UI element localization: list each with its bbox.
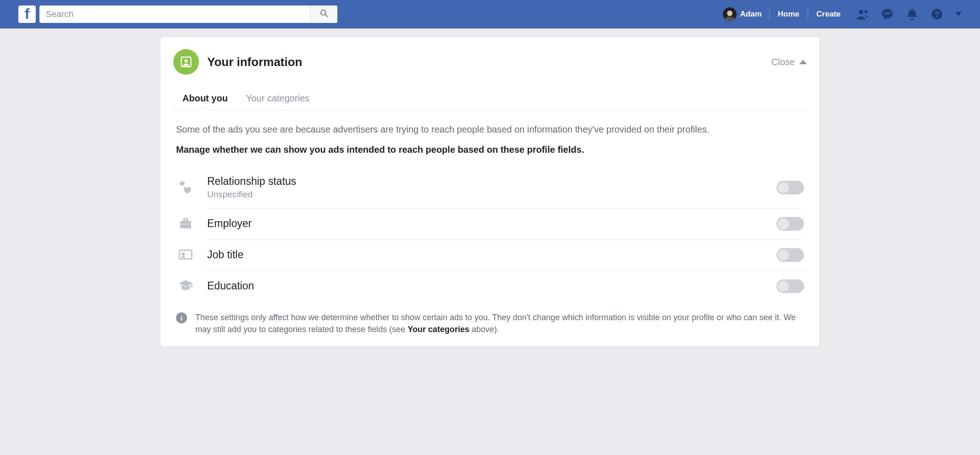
row-education: Education: [173, 270, 807, 301]
nav-divider: [769, 9, 770, 20]
toggle-education[interactable]: [776, 279, 804, 293]
note-post: above).: [469, 325, 499, 334]
your-information-card: Your information Close About you Your ca…: [160, 37, 820, 347]
profile-link[interactable]: Adam: [717, 5, 767, 24]
tab-about-you[interactable]: About you: [182, 88, 228, 110]
card-header: Your information Close: [173, 45, 807, 75]
graduation-cap-icon: [176, 278, 195, 293]
notifications-icon[interactable]: [906, 8, 919, 21]
search-input[interactable]: [39, 9, 310, 19]
briefcase-icon: [176, 216, 195, 231]
nav-icon-group: ?: [856, 8, 962, 21]
close-label: Close: [771, 57, 795, 67]
search-button[interactable]: [310, 6, 337, 23]
svg-rect-9: [184, 218, 187, 221]
help-icon[interactable]: ?: [930, 8, 943, 21]
svg-rect-10: [180, 224, 191, 224]
row-title: Education: [207, 280, 254, 292]
toggle-employer[interactable]: [776, 217, 804, 231]
facebook-logo[interactable]: f: [18, 6, 36, 23]
nav-home[interactable]: Home: [771, 7, 806, 22]
toggle-relationship-status[interactable]: [776, 181, 804, 194]
row-job-title: Job title: [173, 239, 807, 270]
profile-name: Adam: [740, 10, 762, 19]
row-title: Job title: [207, 249, 243, 261]
card-title: Your information: [207, 55, 303, 69]
profile-field-list: Relationship status Unspecified Employer: [173, 167, 807, 301]
tabs: About you Your categories: [173, 88, 807, 111]
footer-note: i These settings only affect how we dete…: [173, 311, 807, 335]
row-employer: Employer: [173, 208, 807, 239]
svg-line-1: [325, 15, 327, 17]
messenger-icon[interactable]: [881, 8, 894, 21]
nav-divider: [808, 9, 808, 20]
nav-create[interactable]: Create: [810, 7, 847, 22]
intro-text: Some of the ads you see are because adve…: [173, 111, 807, 155]
svg-point-3: [864, 10, 868, 13]
row-subtitle: Unspecified: [207, 189, 296, 200]
row-relationship-status: Relationship status Unspecified: [173, 167, 807, 208]
friend-requests-icon[interactable]: [856, 8, 869, 21]
intro-description: Some of the ads you see are because adve…: [176, 122, 804, 136]
row-title: Employer: [207, 217, 252, 230]
chevron-up-icon: [799, 60, 807, 64]
svg-text:?: ?: [935, 10, 939, 18]
tab-your-categories[interactable]: Your categories: [246, 88, 309, 110]
account-menu-caret-icon[interactable]: [955, 12, 962, 16]
svg-point-12: [182, 252, 185, 255]
close-panel[interactable]: Close: [771, 57, 807, 67]
note-bold: Your categories: [407, 325, 469, 334]
search-icon: [319, 9, 329, 19]
intro-instruction: Manage whether we can show you ads inten…: [176, 144, 804, 155]
search-box: [39, 6, 337, 23]
row-title: Relationship status: [207, 175, 296, 188]
avatar: [723, 7, 737, 21]
footer-note-text: These settings only affect how we determ…: [195, 311, 804, 335]
info-icon: i: [176, 312, 187, 323]
your-information-badge-icon: [173, 49, 199, 75]
hearts-icon: [176, 180, 195, 195]
nav-right: Adam Home Create ?: [717, 5, 962, 24]
svg-point-2: [859, 10, 863, 14]
toggle-job-title[interactable]: [776, 248, 804, 262]
top-nav: f Adam Home Create ?: [0, 0, 980, 28]
svg-point-7: [185, 59, 188, 62]
id-card-icon: [176, 247, 195, 262]
